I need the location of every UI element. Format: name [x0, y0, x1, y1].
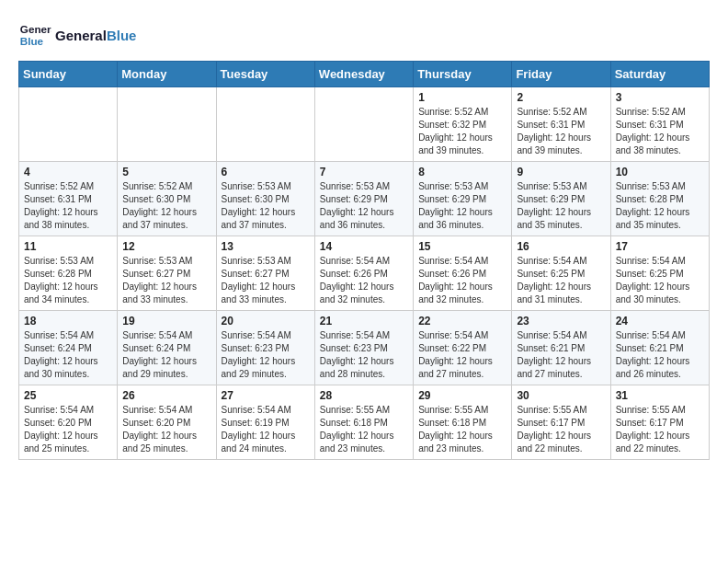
calendar-cell	[314, 87, 413, 162]
day-info: Sunrise: 5:54 AM Sunset: 6:26 PM Dayligh…	[320, 255, 408, 306]
logo: General Blue GeneralBlue	[18, 18, 136, 52]
calendar-header-row: SundayMondayTuesdayWednesdayThursdayFrid…	[19, 62, 710, 87]
day-info: Sunrise: 5:54 AM Sunset: 6:22 PM Dayligh…	[418, 329, 506, 381]
calendar-week-row: 4Sunrise: 5:52 AM Sunset: 6:31 PM Daylig…	[19, 162, 710, 236]
day-number: 13	[222, 240, 310, 253]
calendar-cell: 9Sunrise: 5:53 AM Sunset: 6:29 PM Daylig…	[512, 162, 610, 236]
day-number: 12	[122, 240, 210, 253]
page-header: General Blue GeneralBlue	[18, 18, 710, 52]
day-info: Sunrise: 5:54 AM Sunset: 6:24 PM Dayligh…	[24, 329, 112, 381]
day-number: 1	[418, 91, 506, 104]
day-info: Sunrise: 5:52 AM Sunset: 6:31 PM Dayligh…	[616, 106, 704, 157]
day-number: 20	[222, 315, 310, 327]
calendar-week-row: 18Sunrise: 5:54 AM Sunset: 6:24 PM Dayli…	[19, 311, 710, 385]
day-info: Sunrise: 5:55 AM Sunset: 6:17 PM Dayligh…	[517, 404, 605, 455]
calendar-cell: 29Sunrise: 5:55 AM Sunset: 6:18 PM Dayli…	[414, 385, 512, 460]
day-info: Sunrise: 5:54 AM Sunset: 6:23 PM Dayligh…	[320, 329, 408, 381]
calendar-cell: 28Sunrise: 5:55 AM Sunset: 6:18 PM Dayli…	[314, 385, 413, 460]
calendar-cell: 13Sunrise: 5:53 AM Sunset: 6:27 PM Dayli…	[216, 236, 314, 311]
day-info: Sunrise: 5:54 AM Sunset: 6:21 PM Dayligh…	[616, 329, 704, 381]
calendar-cell: 30Sunrise: 5:55 AM Sunset: 6:17 PM Dayli…	[512, 385, 610, 460]
calendar-cell: 23Sunrise: 5:54 AM Sunset: 6:21 PM Dayli…	[512, 311, 610, 385]
day-info: Sunrise: 5:55 AM Sunset: 6:17 PM Dayligh…	[616, 404, 704, 455]
day-info: Sunrise: 5:53 AM Sunset: 6:29 PM Dayligh…	[320, 180, 408, 232]
day-info: Sunrise: 5:52 AM Sunset: 6:30 PM Dayligh…	[122, 180, 210, 232]
calendar-table: SundayMondayTuesdayWednesdayThursdayFrid…	[18, 61, 710, 460]
day-info: Sunrise: 5:54 AM Sunset: 6:20 PM Dayligh…	[122, 404, 210, 455]
calendar-cell: 17Sunrise: 5:54 AM Sunset: 6:25 PM Dayli…	[610, 236, 709, 311]
calendar-cell: 11Sunrise: 5:53 AM Sunset: 6:28 PM Dayli…	[19, 236, 118, 311]
day-number: 14	[320, 240, 408, 253]
calendar-cell: 10Sunrise: 5:53 AM Sunset: 6:28 PM Dayli…	[610, 162, 709, 236]
day-number: 22	[418, 315, 506, 327]
day-header-wednesday: Wednesday	[314, 62, 413, 87]
day-info: Sunrise: 5:53 AM Sunset: 6:28 PM Dayligh…	[616, 180, 704, 232]
day-number: 3	[616, 91, 704, 104]
day-info: Sunrise: 5:54 AM Sunset: 6:25 PM Dayligh…	[616, 255, 704, 306]
day-info: Sunrise: 5:52 AM Sunset: 6:31 PM Dayligh…	[517, 106, 605, 157]
calendar-cell	[19, 87, 118, 162]
day-number: 26	[122, 389, 210, 402]
day-info: Sunrise: 5:54 AM Sunset: 6:19 PM Dayligh…	[222, 404, 310, 455]
calendar-cell: 25Sunrise: 5:54 AM Sunset: 6:20 PM Dayli…	[19, 385, 118, 460]
day-info: Sunrise: 5:53 AM Sunset: 6:29 PM Dayligh…	[517, 180, 605, 232]
day-number: 21	[320, 315, 408, 327]
day-info: Sunrise: 5:53 AM Sunset: 6:29 PM Dayligh…	[418, 180, 506, 232]
calendar-cell: 5Sunrise: 5:52 AM Sunset: 6:30 PM Daylig…	[118, 162, 216, 236]
day-info: Sunrise: 5:55 AM Sunset: 6:18 PM Dayligh…	[418, 404, 506, 455]
svg-text:General: General	[20, 23, 51, 35]
day-header-tuesday: Tuesday	[216, 62, 314, 87]
day-number: 18	[24, 315, 112, 327]
day-number: 2	[517, 91, 605, 104]
day-header-thursday: Thursday	[414, 62, 512, 87]
day-info: Sunrise: 5:52 AM Sunset: 6:32 PM Dayligh…	[418, 106, 506, 157]
day-number: 10	[616, 166, 704, 178]
day-number: 6	[222, 166, 310, 178]
day-number: 30	[517, 389, 605, 402]
calendar-cell: 31Sunrise: 5:55 AM Sunset: 6:17 PM Dayli…	[610, 385, 709, 460]
calendar-cell: 7Sunrise: 5:53 AM Sunset: 6:29 PM Daylig…	[314, 162, 413, 236]
calendar-cell: 19Sunrise: 5:54 AM Sunset: 6:24 PM Dayli…	[118, 311, 216, 385]
day-info: Sunrise: 5:52 AM Sunset: 6:31 PM Dayligh…	[24, 180, 112, 232]
day-header-monday: Monday	[118, 62, 216, 87]
calendar-cell: 3Sunrise: 5:52 AM Sunset: 6:31 PM Daylig…	[610, 87, 709, 162]
calendar-cell: 22Sunrise: 5:54 AM Sunset: 6:22 PM Dayli…	[414, 311, 512, 385]
calendar-cell: 26Sunrise: 5:54 AM Sunset: 6:20 PM Dayli…	[118, 385, 216, 460]
calendar-cell: 6Sunrise: 5:53 AM Sunset: 6:30 PM Daylig…	[216, 162, 314, 236]
day-info: Sunrise: 5:54 AM Sunset: 6:20 PM Dayligh…	[24, 404, 112, 455]
logo-text: GeneralBlue	[55, 28, 136, 43]
day-number: 9	[517, 166, 605, 178]
day-number: 19	[122, 315, 210, 327]
day-number: 23	[517, 315, 605, 327]
calendar-cell: 4Sunrise: 5:52 AM Sunset: 6:31 PM Daylig…	[19, 162, 118, 236]
calendar-week-row: 25Sunrise: 5:54 AM Sunset: 6:20 PM Dayli…	[19, 385, 710, 460]
day-number: 16	[517, 240, 605, 253]
calendar-cell: 12Sunrise: 5:53 AM Sunset: 6:27 PM Dayli…	[118, 236, 216, 311]
day-number: 25	[24, 389, 112, 402]
calendar-cell: 15Sunrise: 5:54 AM Sunset: 6:26 PM Dayli…	[414, 236, 512, 311]
day-number: 17	[616, 240, 704, 253]
day-number: 27	[222, 389, 310, 402]
day-info: Sunrise: 5:54 AM Sunset: 6:24 PM Dayligh…	[122, 329, 210, 381]
day-info: Sunrise: 5:53 AM Sunset: 6:30 PM Dayligh…	[222, 180, 310, 232]
svg-text:Blue: Blue	[20, 35, 44, 47]
calendar-week-row: 11Sunrise: 5:53 AM Sunset: 6:28 PM Dayli…	[19, 236, 710, 311]
day-info: Sunrise: 5:53 AM Sunset: 6:27 PM Dayligh…	[222, 255, 310, 306]
calendar-cell: 21Sunrise: 5:54 AM Sunset: 6:23 PM Dayli…	[314, 311, 413, 385]
calendar-body: 1Sunrise: 5:52 AM Sunset: 6:32 PM Daylig…	[19, 87, 710, 460]
day-number: 28	[320, 389, 408, 402]
calendar-cell	[118, 87, 216, 162]
day-header-saturday: Saturday	[610, 62, 709, 87]
day-number: 8	[418, 166, 506, 178]
day-info: Sunrise: 5:54 AM Sunset: 6:25 PM Dayligh…	[517, 255, 605, 306]
day-number: 24	[616, 315, 704, 327]
day-header-friday: Friday	[512, 62, 610, 87]
day-info: Sunrise: 5:54 AM Sunset: 6:21 PM Dayligh…	[517, 329, 605, 381]
day-number: 15	[418, 240, 506, 253]
calendar-cell	[216, 87, 314, 162]
day-info: Sunrise: 5:53 AM Sunset: 6:27 PM Dayligh…	[122, 255, 210, 306]
day-info: Sunrise: 5:54 AM Sunset: 6:26 PM Dayligh…	[418, 255, 506, 306]
calendar-cell: 8Sunrise: 5:53 AM Sunset: 6:29 PM Daylig…	[414, 162, 512, 236]
logo-icon: General Blue	[18, 18, 51, 52]
calendar-week-row: 1Sunrise: 5:52 AM Sunset: 6:32 PM Daylig…	[19, 87, 710, 162]
